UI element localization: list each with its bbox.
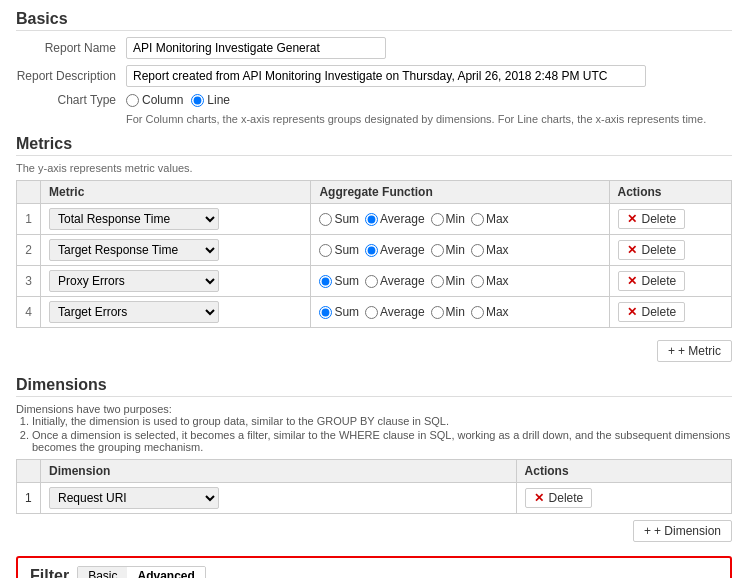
agg-sum-4[interactable]: Sum (319, 305, 359, 319)
agg-group-2: Sum Average Min Max (319, 243, 600, 257)
agg-sum-3[interactable]: Sum (319, 274, 359, 288)
x-icon: ✕ (627, 274, 637, 288)
metric-row-num-4: 4 (17, 297, 41, 328)
dim-row-num-1: 1 (17, 483, 41, 514)
x-icon: ✕ (627, 305, 637, 319)
report-name-label: Report Name (16, 41, 126, 55)
metric-delete-3[interactable]: ✕ Delete (618, 271, 686, 291)
chart-type-group: Column Line (126, 93, 230, 107)
filter-section: Filter Basic Advanced Filter String (ax_… (16, 556, 732, 578)
metrics-subtitle: The y-axis represents metric values. (16, 162, 732, 174)
dim-col-dimension: Dimension (41, 460, 517, 483)
metrics-col-actions: Actions (609, 181, 731, 204)
filter-tab-group: Basic Advanced (77, 566, 206, 578)
agg-avg-3[interactable]: Average (365, 274, 424, 288)
metric-delete-2[interactable]: ✕ Delete (618, 240, 686, 260)
plus-icon: + (644, 524, 651, 538)
agg-max-1[interactable]: Max (471, 212, 509, 226)
add-dimension-button[interactable]: + + Dimension (633, 520, 732, 542)
agg-group-1: Sum Average Min Max (319, 212, 600, 226)
metric-delete-4[interactable]: ✕ Delete (618, 302, 686, 322)
chart-type-line-radio[interactable] (191, 94, 204, 107)
chart-type-column-radio[interactable] (126, 94, 139, 107)
metrics-section: Metrics The y-axis represents metric val… (16, 135, 732, 362)
metric-select-4[interactable]: Target Errors (49, 301, 219, 323)
dimension-delete-1[interactable]: ✕ Delete (525, 488, 593, 508)
filter-header: Filter Basic Advanced (30, 566, 718, 578)
metric-select-1[interactable]: Total Response Time (49, 208, 219, 230)
filter-title: Filter (30, 567, 69, 578)
filter-tab-advanced[interactable]: Advanced (127, 567, 204, 578)
metric-select-2[interactable]: Target Response Time (49, 239, 219, 261)
chart-type-column-option[interactable]: Column (126, 93, 183, 107)
metrics-col-metric: Metric (41, 181, 311, 204)
filter-tab-basic[interactable]: Basic (78, 567, 127, 578)
report-description-input[interactable] (126, 65, 646, 87)
metric-row-num-2: 2 (17, 235, 41, 266)
basics-title: Basics (16, 10, 732, 31)
table-row: 2 Target Response Time Sum Average Min M… (17, 235, 732, 266)
table-row: 1 Request URI ✕ Delete (17, 483, 732, 514)
metric-delete-1[interactable]: ✕ Delete (618, 209, 686, 229)
agg-min-4[interactable]: Min (431, 305, 465, 319)
chart-hint: For Column charts, the x-axis represents… (126, 113, 732, 125)
chart-type-label: Chart Type (16, 93, 126, 107)
metric-row-num-3: 3 (17, 266, 41, 297)
dim-col-num (17, 460, 41, 483)
agg-min-1[interactable]: Min (431, 212, 465, 226)
report-description-label: Report Description (16, 69, 126, 83)
agg-max-3[interactable]: Max (471, 274, 509, 288)
metrics-title: Metrics (16, 135, 732, 156)
agg-max-4[interactable]: Max (471, 305, 509, 319)
agg-group-4: Sum Average Min Max (319, 305, 600, 319)
agg-avg-4[interactable]: Average (365, 305, 424, 319)
chart-type-line-option[interactable]: Line (191, 93, 230, 107)
agg-min-3[interactable]: Min (431, 274, 465, 288)
report-name-input[interactable] (126, 37, 386, 59)
metrics-col-agg: Aggregate Function (311, 181, 609, 204)
metric-row-num-1: 1 (17, 204, 41, 235)
plus-icon: + (668, 344, 675, 358)
dimensions-title: Dimensions (16, 376, 732, 397)
dim-col-actions: Actions (516, 460, 731, 483)
agg-sum-1[interactable]: Sum (319, 212, 359, 226)
table-row: 3 Proxy Errors Sum Average Min Max (17, 266, 732, 297)
dim-desc-2: Once a dimension is selected, it becomes… (32, 429, 732, 453)
dimensions-description: Dimensions have two purposes: Initially,… (16, 403, 732, 453)
metrics-col-num (17, 181, 41, 204)
table-row: 1 Total Response Time Sum Average Min Ma… (17, 204, 732, 235)
metric-select-3[interactable]: Proxy Errors (49, 270, 219, 292)
agg-sum-2[interactable]: Sum (319, 243, 359, 257)
agg-min-2[interactable]: Min (431, 243, 465, 257)
dim-desc-1: Initially, the dimension is used to grou… (32, 415, 732, 427)
metrics-table: Metric Aggregate Function Actions 1 Tota… (16, 180, 732, 328)
agg-avg-2[interactable]: Average (365, 243, 424, 257)
table-row: 4 Target Errors Sum Average Min Max (17, 297, 732, 328)
dimensions-section: Dimensions Dimensions have two purposes:… (16, 376, 732, 542)
x-icon: ✕ (627, 212, 637, 226)
agg-max-2[interactable]: Max (471, 243, 509, 257)
add-metric-button[interactable]: + + Metric (657, 340, 732, 362)
agg-avg-1[interactable]: Average (365, 212, 424, 226)
dimensions-table: Dimension Actions 1 Request URI ✕ Delete (16, 459, 732, 514)
dimension-select-1[interactable]: Request URI (49, 487, 219, 509)
x-icon: ✕ (534, 491, 544, 505)
x-icon: ✕ (627, 243, 637, 257)
agg-group-3: Sum Average Min Max (319, 274, 600, 288)
